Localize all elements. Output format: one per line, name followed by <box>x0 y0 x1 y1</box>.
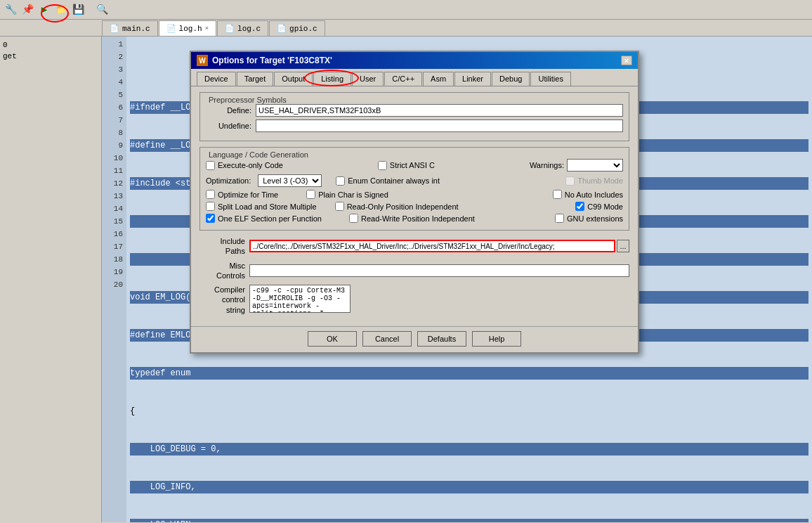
thumb-mode-label: Thumb Mode <box>577 176 623 185</box>
tab-cpp[interactable]: C/C++ <box>384 72 422 86</box>
ok-button[interactable]: OK <box>308 331 357 347</box>
preprocessor-fieldset: Preprocessor Symbols Define: Undefine: <box>199 92 629 141</box>
one-elf-checkbox[interactable] <box>206 214 215 223</box>
plain-char-label: Plain Char is Signed <box>318 191 388 199</box>
define-label: Define: <box>206 106 251 115</box>
read-only-checkbox[interactable] <box>335 202 344 211</box>
line-numbers: 1 2 3 4 5 6 7 8 9 10 11 12 13 14 15 16 1 <box>102 37 126 522</box>
toolbar-btn-3[interactable]: ▶ <box>37 2 52 18</box>
undefine-input[interactable] <box>256 120 623 132</box>
tab-icon: 📄 <box>166 24 176 33</box>
read-only-label: Read-Only Position Independent <box>347 202 459 211</box>
options-dialog[interactable]: W Options for Target 'F103C8TX' × Device… <box>190 51 639 354</box>
dialog-buttons: OK Cancel Defaults Help <box>191 326 638 352</box>
tab-bar: 📄 main.c 📄 log.h × 📄 log.c 📄 gpio.c <box>0 20 812 37</box>
no-auto-checkbox[interactable] <box>553 190 562 199</box>
compiler-string-textarea[interactable]: -c99 -c -cpu Cortex-M3 -D__MICROLIB -g -… <box>249 285 351 313</box>
dialog-body: Preprocessor Symbols Define: Undefine: L… <box>191 86 638 323</box>
opt-time-label: Optimize for Time <box>218 191 278 199</box>
gnu-ext-label: GNU extensions <box>567 214 623 223</box>
opt-time-checkbox[interactable] <box>206 190 215 199</box>
tab-device[interactable]: Device <box>197 72 236 86</box>
tab-label: main.c <box>122 25 150 33</box>
sidebar-item-0: 0 <box>0 39 101 51</box>
tab-asm[interactable]: Asm <box>423 72 454 86</box>
tab-label: log.c <box>237 25 261 33</box>
dialog-close-button[interactable]: × <box>621 56 632 65</box>
tab-linker[interactable]: Linker <box>454 72 491 86</box>
tab-log-h[interactable]: 📄 log.h × <box>159 20 216 36</box>
tab-gpio-c[interactable]: 📄 gpio.c <box>269 20 325 36</box>
tab-main-c[interactable]: 📄 main.c <box>102 20 158 36</box>
define-input[interactable] <box>256 104 623 117</box>
include-paths-input[interactable] <box>249 240 615 252</box>
strict-ansi-checkbox[interactable] <box>378 161 387 170</box>
dialog-title: W Options for Target 'F103C8TX' × <box>191 52 638 69</box>
tab-label: gpio.c <box>289 25 317 33</box>
misc-controls-input[interactable] <box>249 264 629 277</box>
undefine-label: Undefine: <box>206 122 251 130</box>
toolbar-btn-6[interactable]: 🔍 <box>94 2 110 18</box>
plain-char-checkbox[interactable] <box>306 190 315 199</box>
misc-controls-label: MiscControls <box>199 261 245 281</box>
defaults-button[interactable]: Defaults <box>417 331 466 347</box>
split-load-label: Split Load and Store Multiple <box>218 202 317 211</box>
tab-icon: 📄 <box>110 24 119 33</box>
tab-user[interactable]: User <box>352 72 384 86</box>
dialog-tabs: Device Target Output Listing User C/C++ … <box>191 69 638 86</box>
include-paths-label: IncludePaths <box>199 236 245 257</box>
execute-only-label: Execute-only Code <box>218 161 283 169</box>
tab-log-c[interactable]: 📄 log.c <box>217 20 268 36</box>
compiler-string-row: Compilercontrolstring -c99 -c -cpu Corte… <box>199 285 629 315</box>
tab-listing[interactable]: Listing <box>313 72 351 86</box>
tab-utilities[interactable]: Utilities <box>530 72 570 86</box>
tab-target[interactable]: Target <box>237 72 274 86</box>
warnings-select[interactable] <box>567 159 623 172</box>
cancel-button[interactable]: Cancel <box>362 331 412 347</box>
toolbar-btn-2[interactable]: 📌 <box>20 2 35 18</box>
help-button[interactable]: Help <box>472 331 521 347</box>
sidebar-item-get: get <box>0 51 101 62</box>
misc-controls-row: MiscControls <box>199 261 629 281</box>
tab-debug[interactable]: Debug <box>492 72 530 86</box>
split-load-checkbox[interactable] <box>206 202 215 211</box>
toolbar-btn-1[interactable]: 🔧 <box>3 2 18 18</box>
read-write-label: Read-Write Position Independent <box>361 214 475 223</box>
tab-close[interactable]: × <box>205 25 209 32</box>
define-row: Define: <box>206 104 623 117</box>
language-legend: Language / Code Generation <box>206 150 623 159</box>
undefine-row: Undefine: <box>206 120 623 132</box>
language-fieldset: Language / Code Generation Execute-only … <box>199 147 629 231</box>
strict-ansi-label: Strict ANSI C <box>390 161 435 169</box>
tab-icon: 📄 <box>225 24 235 33</box>
toolbar-btn-5[interactable]: 💾 <box>70 2 86 18</box>
c99-checkbox[interactable] <box>575 202 584 211</box>
include-paths-row: IncludePaths ... <box>199 236 629 257</box>
no-auto-label: No Auto Includes <box>565 191 623 199</box>
dialog-icon: W <box>197 55 208 66</box>
preprocessor-legend: Preprocessor Symbols <box>206 96 623 104</box>
opt-label: Optimization: <box>206 176 251 185</box>
enum-container-label: Enum Container always int <box>348 176 440 185</box>
warnings-label: Warnings: <box>530 161 564 169</box>
execute-only-checkbox[interactable] <box>206 161 215 170</box>
c99-label: C99 Mode <box>587 202 623 211</box>
enum-container-checkbox[interactable] <box>336 176 345 186</box>
main-area: 0 get 1 2 3 4 5 6 7 8 9 10 11 12 <box>0 37 812 522</box>
tab-output[interactable]: Output <box>274 72 313 86</box>
opt-select[interactable]: Level 3 (-O3) <box>258 174 322 187</box>
toolbar-icons: 🔧 📌 ▶ 📁 💾 🔍 <box>3 2 110 18</box>
dialog-title-text: Options for Target 'F103C8TX' <box>212 56 332 65</box>
sidebar: 0 get <box>0 37 102 522</box>
tab-label: log.h <box>179 25 202 33</box>
tab-icon: 📄 <box>277 24 287 33</box>
read-write-checkbox[interactable] <box>349 214 358 223</box>
include-paths-browse[interactable]: ... <box>617 240 629 252</box>
toolbar: 🔧 📌 ▶ 📁 💾 🔍 <box>0 0 812 20</box>
one-elf-label: One ELF Section per Function <box>218 214 322 223</box>
thumb-mode-checkbox[interactable] <box>565 176 575 186</box>
gnu-ext-checkbox[interactable] <box>555 214 564 223</box>
toolbar-btn-4[interactable]: 📁 <box>53 2 69 18</box>
compiler-string-label: Compilercontrolstring <box>199 285 245 315</box>
